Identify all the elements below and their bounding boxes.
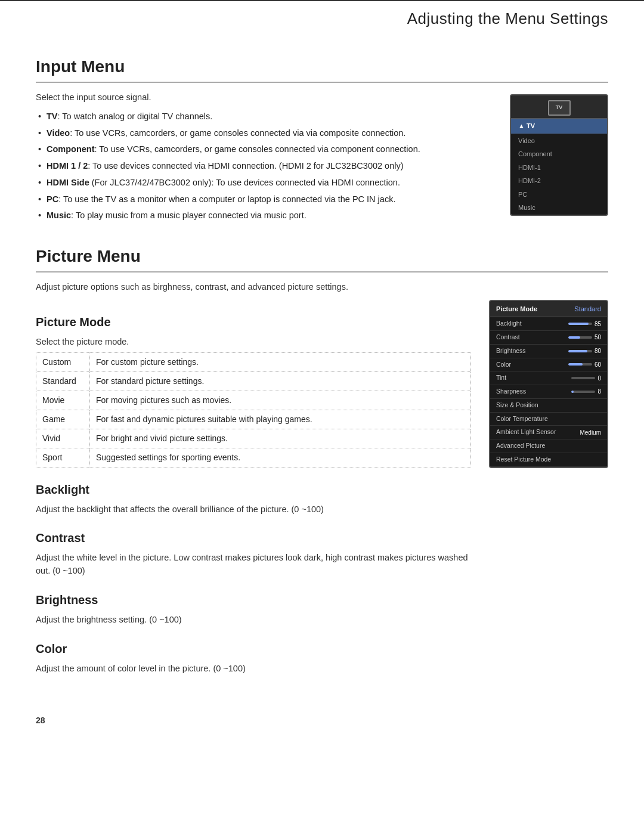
color-title: Color — [36, 640, 471, 658]
panel-row-sharpness: Sharpness 8 — [490, 385, 607, 399]
list-item: Video: To use VCRs, camcorders, or game … — [36, 127, 492, 140]
main-content: Input Menu Select the input source signa… — [0, 36, 644, 702]
table-cell-desc: Suggested settings for sporting events. — [90, 448, 471, 467]
panel-label-size-position: Size & Position — [496, 401, 538, 410]
table-cell-desc: For fast and dynamic pictures suitable w… — [90, 410, 471, 429]
bullet-label: TV — [47, 112, 58, 121]
tv-panel-top — [511, 95, 607, 119]
input-menu-bullets: TV: To watch analog or digital TV channe… — [36, 110, 492, 222]
panel-value-contrast: 50 — [595, 333, 601, 342]
backlight-desc: Adjust the backlight that affects the ov… — [36, 503, 471, 516]
brightness-title: Brightness — [36, 591, 471, 609]
tv-menu-label-pc: PC — [511, 188, 607, 202]
header-bar: Adjusting the Menu Settings — [0, 0, 644, 36]
tv-menu-label-hdmi1: HDMI-1 — [511, 161, 607, 175]
bullet-label: HDMI Side — [47, 178, 89, 187]
bullet-label: Video — [47, 128, 70, 138]
panel-label-color-temp: Color Temperature — [496, 414, 548, 424]
panel-label-advanced: Advanced Picture — [496, 441, 545, 451]
panel-row-color: Color 60 — [490, 358, 607, 372]
panel-row-reset: Reset Picture Mode — [490, 453, 607, 467]
bar-track-contrast — [568, 336, 592, 339]
table-cell-mode: Game — [36, 410, 90, 429]
bar-container-color: 60 — [568, 360, 601, 369]
contrast-desc: Adjust the white level in the picture. L… — [36, 552, 471, 578]
panel-value-sharpness: 8 — [597, 387, 601, 396]
panel-row-backlight: Backlight 85 — [490, 317, 607, 331]
table-cell-desc: For moving pictures such as movies. — [90, 391, 471, 410]
bar-track-sharpness — [571, 391, 595, 393]
bullet-label: Music — [47, 210, 71, 220]
bullet-label: Component — [47, 144, 95, 154]
list-item: Music: To play music from a music player… — [36, 209, 492, 222]
picture-panel: Picture Mode Standard Backlight 85 Cont — [489, 300, 608, 468]
bar-track-color — [568, 363, 592, 366]
panel-label-brightness: Brightness — [496, 346, 526, 356]
table-row: Custom For custom picture settings. — [36, 352, 471, 371]
picture-mode-title: Picture Mode — [36, 313, 471, 331]
bar-container-brightness: 80 — [568, 346, 601, 355]
bar-track-backlight — [568, 323, 592, 325]
picture-menu-section: Picture Mode Select the picture mode. Cu… — [36, 300, 608, 679]
panel-row-color-temp: Color Temperature — [490, 413, 607, 426]
panel-value-brightness: 80 — [595, 346, 601, 355]
panel-row-advanced: Advanced Picture — [490, 439, 607, 453]
tv-panel: ▲ TV Video Component HDMI-1 HDMI-2 PC Mu… — [510, 94, 608, 216]
picture-mode-section: Picture Mode Select the picture mode. Cu… — [36, 313, 471, 467]
table-row: Standard For standard picture settings. — [36, 371, 471, 391]
bar-container-backlight: 85 — [568, 320, 601, 329]
list-item: Component: To use VCRs, camcorders, or g… — [36, 143, 492, 156]
backlight-title: Backlight — [36, 481, 471, 498]
panel-label-backlight: Backlight — [496, 319, 522, 329]
tv-menu-label-music: Music — [511, 201, 607, 215]
table-cell-mode: Sport — [36, 448, 90, 467]
table-cell-desc: For standard picture settings. — [90, 371, 471, 391]
brightness-desc: Adjust the brightness setting. (0 ~100) — [36, 614, 471, 627]
table-cell-mode: Vivid — [36, 429, 90, 448]
panel-label-color: Color — [496, 360, 511, 370]
input-menu-text: Select the input source signal. TV: To w… — [36, 91, 492, 226]
panel-row-brightness: Brightness 80 — [490, 345, 607, 358]
tv-menu-item-tv: ▲ TV — [511, 119, 607, 134]
panel-value-ambient: Medium — [580, 428, 601, 437]
picture-mode-intro: Select the picture mode. — [36, 336, 471, 349]
tv-menu-label-video: Video — [511, 134, 607, 148]
tv-menu-label-component: Component — [511, 147, 607, 161]
bar-container-sharpness: 8 — [571, 387, 601, 396]
bar-fill-brightness — [568, 350, 587, 352]
panel-row-contrast: Contrast 50 — [490, 331, 607, 345]
panel-label-tint: Tint — [496, 373, 506, 383]
picture-panel-header-label: Picture Mode — [496, 304, 537, 314]
color-desc: Adjust the amount of color level in the … — [36, 662, 471, 676]
input-menu-intro: Select the input source signal. — [36, 91, 492, 104]
picture-menu-title: Picture Menu — [36, 244, 608, 272]
table-cell-desc: For custom picture settings. — [90, 352, 471, 371]
panel-label-ambient: Ambient Light Sensor — [496, 428, 556, 437]
page: Adjusting the Menu Settings Input Menu S… — [0, 0, 644, 833]
bar-container-tint: 0 — [571, 374, 601, 383]
table-row: Movie For moving pictures such as movies… — [36, 391, 471, 410]
footer: 28 — [0, 702, 644, 739]
table-cell-mode: Standard — [36, 371, 90, 391]
bar-container-contrast: 50 — [568, 333, 601, 342]
input-menu-title: Input Menu — [36, 54, 608, 83]
panel-label-reset: Reset Picture Mode — [496, 455, 551, 465]
input-menu-section: Select the input source signal. TV: To w… — [36, 91, 608, 226]
table-row: Game For fast and dynamic pictures suita… — [36, 410, 471, 429]
list-item: HDMI 1 / 2: To use devices connected via… — [36, 160, 492, 173]
picture-text: Picture Mode Select the picture mode. Cu… — [36, 300, 471, 679]
list-item: TV: To watch analog or digital TV channe… — [36, 110, 492, 123]
bar-track-brightness — [568, 350, 592, 352]
bar-fill-backlight — [568, 323, 589, 325]
page-title: Adjusting the Menu Settings — [407, 7, 608, 30]
bar-fill-contrast — [568, 336, 580, 339]
panel-value-backlight: 85 — [595, 320, 601, 329]
picture-panel-header: Picture Mode Standard — [490, 301, 607, 318]
panel-value-tint: 0 — [597, 374, 601, 383]
table-row: Vivid For bright and vivid picture setti… — [36, 429, 471, 448]
picture-panel-header-value: Standard — [574, 304, 601, 314]
bullet-label: PC — [47, 194, 58, 204]
bar-fill-sharpness — [571, 391, 573, 393]
table-cell-desc: For bright and vivid picture settings. — [90, 429, 471, 448]
table-cell-mode: Movie — [36, 391, 90, 410]
